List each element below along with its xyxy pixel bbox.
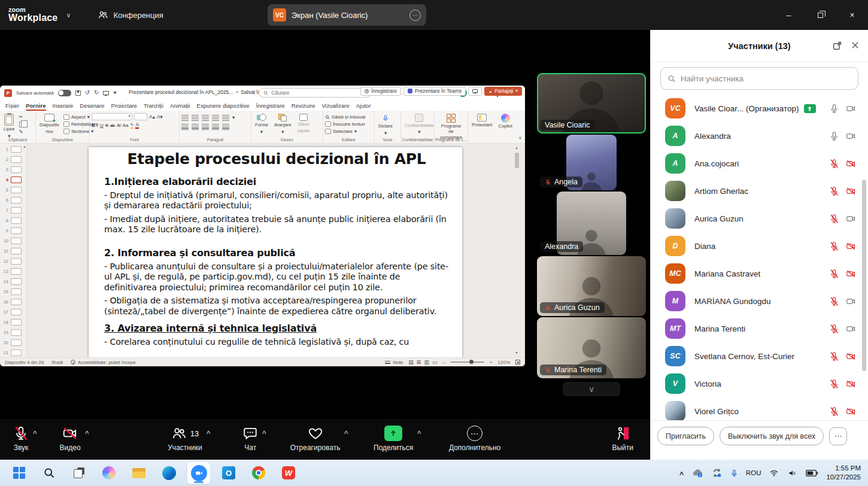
slide-thumbnail[interactable]: 16 (0, 297, 27, 307)
mic-status-icon[interactable] (829, 186, 839, 196)
minimize-button[interactable] (773, 0, 805, 30)
close-button[interactable] (836, 0, 868, 30)
participant-row[interactable]: D Diana (651, 232, 868, 260)
zoom-out-icon[interactable] (442, 360, 445, 365)
video-tile[interactable]: Vasile Cioaric (537, 73, 646, 133)
participant-row[interactable]: M MARİANA Gundogdu (651, 287, 868, 315)
collapse-ribbon-icon[interactable] (518, 135, 522, 141)
wps-button[interactable] (277, 461, 301, 484)
slide-thumbnail[interactable]: 9 (0, 226, 27, 236)
scrollbar-thumb[interactable] (515, 153, 519, 168)
menu-tab[interactable]: Fișier (5, 102, 19, 109)
mute-all-button[interactable]: Выключить звук для всех (720, 427, 824, 445)
format-painter-icon[interactable] (19, 129, 25, 135)
slide-thumbnail[interactable]: 4 (0, 175, 27, 185)
mic-status-icon[interactable] (829, 241, 839, 251)
new-slide-button[interactable]: Diapozitiv nou (38, 113, 61, 135)
invite-button[interactable]: Пригласить (657, 427, 714, 445)
slide-thumbnail[interactable]: 3 (0, 165, 27, 175)
slide-section-3[interactable]: 3. Avizarea internă și tehnica legislati… (104, 323, 449, 347)
slide-thumbnail[interactable]: 6 (0, 195, 27, 205)
mic-status-icon[interactable] (829, 379, 839, 389)
slide-section-1[interactable]: 1.Inițierea elaborării deciziei - Dreptu… (104, 176, 449, 235)
participant-row[interactable]: Aurica Guzun (651, 205, 868, 232)
edge-button[interactable] (157, 461, 181, 484)
copilot-button[interactable] (97, 461, 121, 484)
menu-tab[interactable]: Ajutor (356, 102, 371, 109)
normal-view-icon[interactable] (408, 359, 414, 365)
slide-thumbnail[interactable]: 21 (0, 348, 27, 357)
participants-button[interactable]: 13 Участники (168, 424, 202, 452)
search-button[interactable] (37, 461, 61, 484)
copy-icon[interactable] (19, 122, 25, 127)
video-tile[interactable]: Aurica Guzun (537, 256, 646, 316)
slide-section-2[interactable]: 2. Informarea și consultarea publică - P… (104, 247, 449, 317)
outlook-button[interactable] (217, 461, 241, 484)
quick-styles-button[interactable]: Stiluri rapide (296, 113, 312, 134)
menu-tab[interactable]: Înregistrare (256, 102, 285, 109)
grow-font-icon[interactable] (149, 114, 155, 120)
slide-thumbnail[interactable]: 15 (0, 287, 27, 297)
video-tile[interactable]: Angela (537, 135, 646, 190)
start-button[interactable] (7, 461, 31, 484)
zoom-app-button[interactable] (187, 461, 211, 484)
collapse-filmstrip-button[interactable] (563, 382, 620, 396)
camera-status-icon[interactable] (846, 269, 856, 279)
menu-tab[interactable]: Expunere diapozitive (197, 102, 250, 109)
mic-status-icon[interactable] (829, 269, 839, 279)
onedrive-icon[interactable] (691, 468, 703, 478)
slide-sorter-view-icon[interactable] (417, 359, 421, 365)
menu-tab[interactable]: Desenare (80, 102, 104, 109)
tray-expand-icon[interactable] (678, 470, 684, 476)
camera-status-icon[interactable] (846, 104, 856, 114)
align-left-icon[interactable] (181, 124, 189, 130)
participants-options-chevron[interactable] (205, 429, 211, 435)
slide-thumbnail[interactable]: 13 (0, 266, 27, 277)
slide[interactable]: Etapele procesului decizional în APL 1.I… (89, 147, 462, 357)
mic-status-icon[interactable] (829, 159, 839, 169)
chat-options-chevron[interactable] (262, 429, 268, 435)
video-options-chevron[interactable] (84, 429, 90, 435)
participant-row[interactable]: MC Mariana Castravet (651, 260, 868, 287)
battery-icon[interactable] (806, 469, 818, 478)
slide-thumbnail[interactable]: 12 (0, 256, 27, 266)
bold-icon[interactable] (92, 123, 95, 128)
mic-status-icon[interactable] (829, 214, 839, 224)
menu-tab[interactable]: Tranziții (144, 102, 163, 109)
camera-status-icon[interactable] (846, 351, 856, 362)
chat-button[interactable]: Чат (242, 424, 258, 452)
restore-button[interactable] (805, 0, 836, 30)
panel-scrollbar[interactable] (862, 180, 866, 371)
camera-status-icon[interactable] (846, 379, 856, 389)
video-button[interactable]: Видео (60, 424, 81, 452)
find-replace-button[interactable]: Găsiți și înlocuiți (325, 114, 365, 120)
arrange-button[interactable]: Aranjare (272, 113, 293, 135)
slide-thumbnail[interactable]: 14 (0, 277, 27, 287)
slide-thumbnail[interactable]: 17 (0, 307, 27, 317)
mic-status-icon[interactable] (829, 406, 839, 417)
slide-scrollbar[interactable] (513, 145, 520, 356)
more-button[interactable]: Дополнительно (449, 424, 500, 452)
slideshow-view-icon[interactable] (432, 359, 438, 365)
tab-meeting[interactable]: Конференция (98, 10, 163, 20)
volume-icon[interactable] (787, 469, 798, 478)
font-size-select[interactable] (134, 113, 147, 120)
zoom-level[interactable]: 120% (498, 360, 510, 365)
slide-title[interactable]: Etapele procesului decizional în APL (104, 150, 449, 168)
chevron-down-icon[interactable] (66, 11, 71, 19)
autosave-toggle[interactable] (58, 90, 71, 96)
camera-status-icon[interactable] (846, 296, 856, 306)
scroll-down-icon[interactable] (513, 351, 520, 356)
video-tile[interactable]: Marina Terenti (537, 317, 646, 378)
decrease-indent-icon[interactable] (202, 115, 209, 121)
slide-thumbnail[interactable]: 18 (0, 317, 27, 327)
menu-tab[interactable]: Vizualizare (321, 102, 349, 109)
italic-icon[interactable] (97, 123, 98, 128)
notes-button[interactable]: Note (385, 360, 403, 365)
slide-thumbnail[interactable]: 2 (0, 154, 27, 165)
camera-status-icon[interactable] (846, 131, 856, 141)
increase-indent-icon[interactable] (212, 115, 219, 121)
change-case-icon[interactable] (123, 123, 129, 128)
cut-icon[interactable] (19, 114, 25, 120)
clock[interactable]: 1:55 PM 10/27/2025 (826, 464, 861, 482)
